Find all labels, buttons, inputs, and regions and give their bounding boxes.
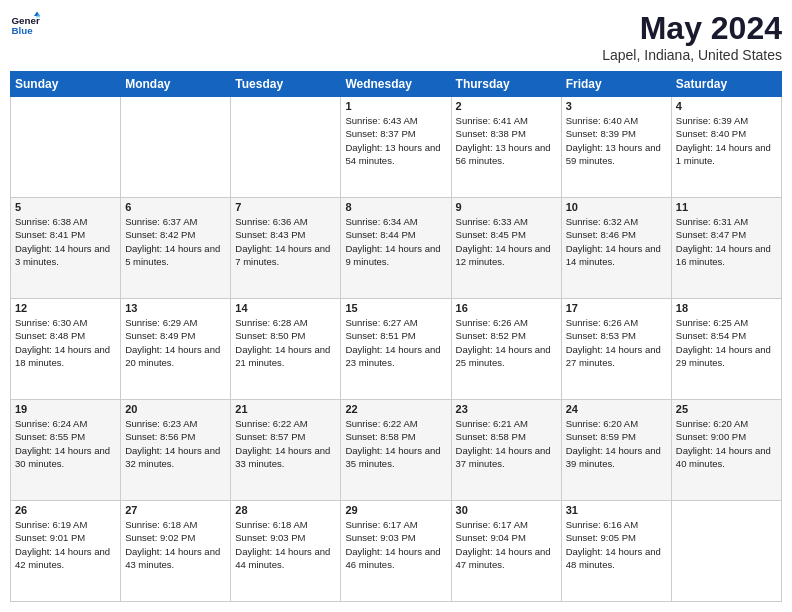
calendar-cell: 12Sunrise: 6:30 AMSunset: 8:48 PMDayligh…	[11, 299, 121, 400]
day-number: 5	[15, 201, 116, 213]
calendar-cell: 26Sunrise: 6:19 AMSunset: 9:01 PMDayligh…	[11, 501, 121, 602]
week-row-5: 26Sunrise: 6:19 AMSunset: 9:01 PMDayligh…	[11, 501, 782, 602]
col-friday: Friday	[561, 72, 671, 97]
calendar-cell: 7Sunrise: 6:36 AMSunset: 8:43 PMDaylight…	[231, 198, 341, 299]
day-number: 6	[125, 201, 226, 213]
calendar-cell: 9Sunrise: 6:33 AMSunset: 8:45 PMDaylight…	[451, 198, 561, 299]
header-row: Sunday Monday Tuesday Wednesday Thursday…	[11, 72, 782, 97]
calendar-cell: 5Sunrise: 6:38 AMSunset: 8:41 PMDaylight…	[11, 198, 121, 299]
calendar-cell: 21Sunrise: 6:22 AMSunset: 8:57 PMDayligh…	[231, 400, 341, 501]
calendar-table: Sunday Monday Tuesday Wednesday Thursday…	[10, 71, 782, 602]
logo: General Blue	[10, 10, 40, 40]
col-sunday: Sunday	[11, 72, 121, 97]
calendar-cell: 17Sunrise: 6:26 AMSunset: 8:53 PMDayligh…	[561, 299, 671, 400]
day-number: 18	[676, 302, 777, 314]
day-number: 31	[566, 504, 667, 516]
day-number: 1	[345, 100, 446, 112]
day-number: 9	[456, 201, 557, 213]
cell-content: Sunrise: 6:31 AMSunset: 8:47 PMDaylight:…	[676, 215, 777, 268]
cell-content: Sunrise: 6:20 AMSunset: 9:00 PMDaylight:…	[676, 417, 777, 470]
day-number: 11	[676, 201, 777, 213]
day-number: 15	[345, 302, 446, 314]
calendar-cell: 4Sunrise: 6:39 AMSunset: 8:40 PMDaylight…	[671, 97, 781, 198]
logo-icon: General Blue	[10, 10, 40, 40]
calendar-cell: 29Sunrise: 6:17 AMSunset: 9:03 PMDayligh…	[341, 501, 451, 602]
day-number: 3	[566, 100, 667, 112]
cell-content: Sunrise: 6:32 AMSunset: 8:46 PMDaylight:…	[566, 215, 667, 268]
cell-content: Sunrise: 6:23 AMSunset: 8:56 PMDaylight:…	[125, 417, 226, 470]
day-number: 26	[15, 504, 116, 516]
month-title: May 2024	[602, 10, 782, 47]
calendar-cell: 14Sunrise: 6:28 AMSunset: 8:50 PMDayligh…	[231, 299, 341, 400]
week-row-1: 1Sunrise: 6:43 AMSunset: 8:37 PMDaylight…	[11, 97, 782, 198]
day-number: 12	[15, 302, 116, 314]
col-saturday: Saturday	[671, 72, 781, 97]
calendar-cell: 18Sunrise: 6:25 AMSunset: 8:54 PMDayligh…	[671, 299, 781, 400]
day-number: 22	[345, 403, 446, 415]
day-number: 28	[235, 504, 336, 516]
title-area: May 2024 Lapel, Indiana, United States	[602, 10, 782, 63]
day-number: 30	[456, 504, 557, 516]
day-number: 21	[235, 403, 336, 415]
calendar-cell: 2Sunrise: 6:41 AMSunset: 8:38 PMDaylight…	[451, 97, 561, 198]
week-row-3: 12Sunrise: 6:30 AMSunset: 8:48 PMDayligh…	[11, 299, 782, 400]
svg-text:Blue: Blue	[12, 25, 34, 36]
cell-content: Sunrise: 6:17 AMSunset: 9:04 PMDaylight:…	[456, 518, 557, 571]
calendar-cell: 27Sunrise: 6:18 AMSunset: 9:02 PMDayligh…	[121, 501, 231, 602]
day-number: 23	[456, 403, 557, 415]
calendar-cell: 13Sunrise: 6:29 AMSunset: 8:49 PMDayligh…	[121, 299, 231, 400]
calendar-cell: 31Sunrise: 6:16 AMSunset: 9:05 PMDayligh…	[561, 501, 671, 602]
col-tuesday: Tuesday	[231, 72, 341, 97]
week-row-2: 5Sunrise: 6:38 AMSunset: 8:41 PMDaylight…	[11, 198, 782, 299]
cell-content: Sunrise: 6:34 AMSunset: 8:44 PMDaylight:…	[345, 215, 446, 268]
day-number: 19	[15, 403, 116, 415]
header: General Blue May 2024 Lapel, Indiana, Un…	[10, 10, 782, 63]
day-number: 20	[125, 403, 226, 415]
cell-content: Sunrise: 6:22 AMSunset: 8:58 PMDaylight:…	[345, 417, 446, 470]
col-wednesday: Wednesday	[341, 72, 451, 97]
day-number: 25	[676, 403, 777, 415]
day-number: 8	[345, 201, 446, 213]
week-row-4: 19Sunrise: 6:24 AMSunset: 8:55 PMDayligh…	[11, 400, 782, 501]
calendar-cell	[231, 97, 341, 198]
cell-content: Sunrise: 6:33 AMSunset: 8:45 PMDaylight:…	[456, 215, 557, 268]
day-number: 7	[235, 201, 336, 213]
cell-content: Sunrise: 6:18 AMSunset: 9:03 PMDaylight:…	[235, 518, 336, 571]
calendar-cell: 30Sunrise: 6:17 AMSunset: 9:04 PMDayligh…	[451, 501, 561, 602]
calendar-cell: 3Sunrise: 6:40 AMSunset: 8:39 PMDaylight…	[561, 97, 671, 198]
cell-content: Sunrise: 6:38 AMSunset: 8:41 PMDaylight:…	[15, 215, 116, 268]
calendar-cell: 8Sunrise: 6:34 AMSunset: 8:44 PMDaylight…	[341, 198, 451, 299]
col-thursday: Thursday	[451, 72, 561, 97]
cell-content: Sunrise: 6:26 AMSunset: 8:52 PMDaylight:…	[456, 316, 557, 369]
day-number: 13	[125, 302, 226, 314]
day-number: 4	[676, 100, 777, 112]
day-number: 29	[345, 504, 446, 516]
calendar-cell: 20Sunrise: 6:23 AMSunset: 8:56 PMDayligh…	[121, 400, 231, 501]
day-number: 2	[456, 100, 557, 112]
calendar-cell: 10Sunrise: 6:32 AMSunset: 8:46 PMDayligh…	[561, 198, 671, 299]
cell-content: Sunrise: 6:27 AMSunset: 8:51 PMDaylight:…	[345, 316, 446, 369]
calendar-cell	[121, 97, 231, 198]
cell-content: Sunrise: 6:28 AMSunset: 8:50 PMDaylight:…	[235, 316, 336, 369]
calendar-cell: 22Sunrise: 6:22 AMSunset: 8:58 PMDayligh…	[341, 400, 451, 501]
cell-content: Sunrise: 6:20 AMSunset: 8:59 PMDaylight:…	[566, 417, 667, 470]
cell-content: Sunrise: 6:37 AMSunset: 8:42 PMDaylight:…	[125, 215, 226, 268]
calendar-cell: 6Sunrise: 6:37 AMSunset: 8:42 PMDaylight…	[121, 198, 231, 299]
calendar-cell: 16Sunrise: 6:26 AMSunset: 8:52 PMDayligh…	[451, 299, 561, 400]
cell-content: Sunrise: 6:22 AMSunset: 8:57 PMDaylight:…	[235, 417, 336, 470]
svg-text:General: General	[12, 15, 41, 26]
cell-content: Sunrise: 6:17 AMSunset: 9:03 PMDaylight:…	[345, 518, 446, 571]
calendar-cell: 11Sunrise: 6:31 AMSunset: 8:47 PMDayligh…	[671, 198, 781, 299]
cell-content: Sunrise: 6:40 AMSunset: 8:39 PMDaylight:…	[566, 114, 667, 167]
day-number: 14	[235, 302, 336, 314]
calendar-cell: 19Sunrise: 6:24 AMSunset: 8:55 PMDayligh…	[11, 400, 121, 501]
calendar-cell: 25Sunrise: 6:20 AMSunset: 9:00 PMDayligh…	[671, 400, 781, 501]
calendar-cell: 28Sunrise: 6:18 AMSunset: 9:03 PMDayligh…	[231, 501, 341, 602]
cell-content: Sunrise: 6:18 AMSunset: 9:02 PMDaylight:…	[125, 518, 226, 571]
day-number: 16	[456, 302, 557, 314]
cell-content: Sunrise: 6:19 AMSunset: 9:01 PMDaylight:…	[15, 518, 116, 571]
cell-content: Sunrise: 6:16 AMSunset: 9:05 PMDaylight:…	[566, 518, 667, 571]
col-monday: Monday	[121, 72, 231, 97]
cell-content: Sunrise: 6:39 AMSunset: 8:40 PMDaylight:…	[676, 114, 777, 167]
cell-content: Sunrise: 6:21 AMSunset: 8:58 PMDaylight:…	[456, 417, 557, 470]
